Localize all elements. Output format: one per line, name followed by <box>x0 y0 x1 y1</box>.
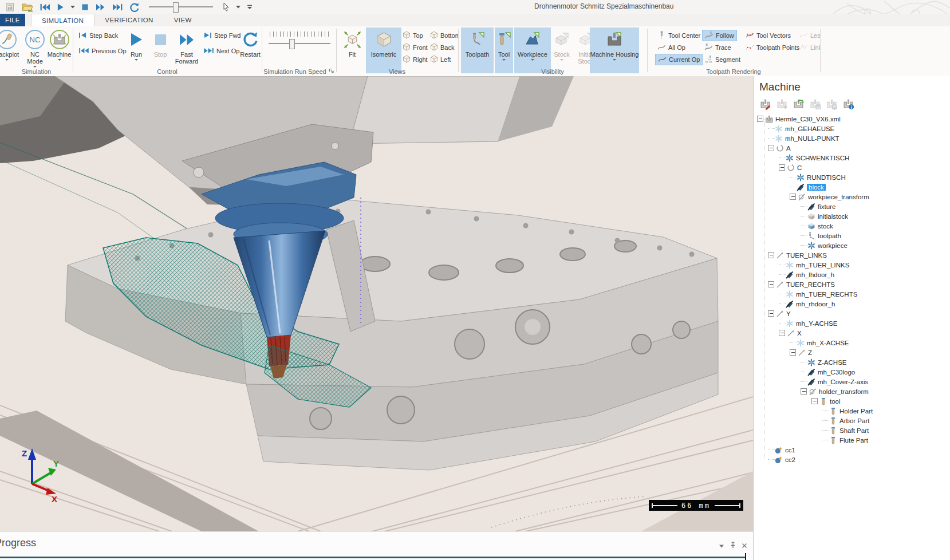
current-op-button[interactable]: Current Op <box>655 54 703 65</box>
dialog-launcher-icon[interactable] <box>329 68 334 75</box>
tree-node-a[interactable]: A <box>754 143 950 153</box>
bottom-view-button[interactable]: Bottom <box>428 30 458 41</box>
tree-node-tool[interactable]: tool <box>754 396 950 406</box>
restart-icon[interactable] <box>129 1 139 13</box>
tree-node-mh-tuer-links[interactable]: mh_TUER_LINKS <box>754 260 950 270</box>
open-nc-file-icon[interactable]: NC <box>22 1 33 13</box>
tree-node-workpiece-transform[interactable]: workpiece_transform <box>754 192 950 202</box>
tool-center-button[interactable]: Tool Center <box>655 30 708 41</box>
tree-node-cc1[interactable]: cc1 <box>754 445 950 455</box>
machine-save-button[interactable] <box>809 98 822 110</box>
links-button[interactable]: Links <box>797 42 820 53</box>
collapse-expander-icon[interactable] <box>779 330 785 336</box>
tree-node-z-achse[interactable]: Z-ACHSE <box>754 357 950 367</box>
fast-forward-button[interactable]: Fast Forward <box>174 27 200 73</box>
isometric-view-button[interactable]: Isometric <box>366 27 401 73</box>
collapse-expander-icon[interactable] <box>790 349 796 356</box>
play-options-icon[interactable] <box>70 1 75 13</box>
tree-node-mh-c30logo[interactable]: mh_C30logo <box>754 367 950 377</box>
restart-button[interactable]: Restart <box>238 27 262 73</box>
tool-vectors-button[interactable]: Tool Vectors <box>743 30 793 41</box>
trace-button[interactable]: Trace <box>702 42 734 53</box>
fast-forward-icon[interactable] <box>95 1 106 13</box>
collapse-expander-icon[interactable] <box>757 116 763 122</box>
follow-button[interactable]: Follow <box>702 30 737 41</box>
collapse-expander-icon[interactable] <box>768 252 774 258</box>
machine-add-button[interactable] <box>776 98 789 110</box>
machine-housing-visibility-button[interactable]: Machine Housing <box>590 27 639 73</box>
tree-node-tuer-rechts[interactable]: TUER_RECHTS <box>754 279 950 289</box>
machine-save-as-button[interactable] <box>826 98 838 110</box>
machine-edit-button[interactable] <box>759 98 772 110</box>
collapse-expander-icon[interactable] <box>779 164 785 171</box>
play-icon[interactable] <box>57 1 64 13</box>
stop-button[interactable]: Stop <box>149 27 171 73</box>
viewport[interactable]: Z Y X 66 mm <box>0 76 753 531</box>
run-speed-slider-handle[interactable] <box>173 2 179 13</box>
fit-view-button[interactable]: Fit <box>341 27 364 73</box>
tab-simulation[interactable]: SIMULATION <box>31 14 94 26</box>
collapse-expander-icon[interactable] <box>811 398 818 404</box>
tree-node-holder-transform[interactable]: holder_transform <box>754 387 950 396</box>
front-view-button[interactable]: Front <box>400 42 430 53</box>
step-fwd-button[interactable]: Step Fwd <box>201 30 243 41</box>
step-back-button[interactable]: Step Back <box>76 30 120 41</box>
tree-node-mh-lhdoor-h[interactable]: mh_lhdoor_h <box>754 270 950 279</box>
tree-node-rundtisch[interactable]: RUNDTISCH <box>754 172 950 182</box>
tree-node-fixture[interactable]: fixture <box>754 202 950 211</box>
leads-button[interactable]: Leads <box>797 30 820 41</box>
tree-node-mh-x-achse[interactable]: mh_X-ACHSE <box>754 338 950 348</box>
tree-node-mh-cover-z-axis[interactable]: mh_Cover-Z-axis <box>754 377 950 387</box>
tree-node-schwenktisch[interactable]: SCHWENKTISCH <box>754 153 950 163</box>
machine-info-button[interactable]: i <box>842 98 855 110</box>
progress-collapse-button[interactable] <box>719 541 724 551</box>
left-view-button[interactable]: Left <box>428 54 453 65</box>
collapse-expander-icon[interactable] <box>801 388 807 395</box>
tree-node-c[interactable]: C <box>754 163 950 172</box>
tree-node-mh-null-punkt[interactable]: mh_NULL-PUNKT <box>754 133 950 143</box>
collapse-expander-icon[interactable] <box>790 194 796 200</box>
all-op-button[interactable]: All Op <box>655 42 688 53</box>
run-speed-slider[interactable] <box>149 6 213 7</box>
tree-node-shaft-part[interactable]: Shaft Part <box>754 425 950 435</box>
collapse-expander-icon[interactable] <box>768 310 774 317</box>
tree-node-arbor-part[interactable]: Arbor Part <box>754 416 950 425</box>
tree-node-mh-tuer-rechts[interactable]: mh_TUER_RECHTS <box>754 289 950 299</box>
stock-visibility-button[interactable]: Stock <box>552 27 571 73</box>
speed-slider-handle[interactable] <box>289 39 295 49</box>
machine-mode-button[interactable]: Machine <box>46 27 73 73</box>
tree-node-initialstock[interactable]: initialstock <box>754 211 950 221</box>
tree-node-block[interactable]: block <box>754 182 950 192</box>
progress-pin-button[interactable] <box>730 541 736 551</box>
tree-node-stock[interactable]: stock <box>754 221 950 231</box>
run-button[interactable]: Run <box>125 27 147 73</box>
next-op-button[interactable]: Next Op <box>201 45 242 57</box>
skip-to-start-icon[interactable] <box>40 1 50 13</box>
nc-report-icon[interactable] <box>6 1 15 13</box>
tree-node-mh-rhdoor-h[interactable]: mh_rhdoor_h <box>754 299 950 309</box>
tab-file[interactable]: FILE <box>0 14 25 26</box>
pointer-options-icon[interactable] <box>236 1 241 13</box>
nc-mode-button[interactable]: NC NC Mode <box>23 27 47 73</box>
tree-node-x[interactable]: X <box>754 328 950 338</box>
collapse-expander-icon[interactable] <box>768 145 774 151</box>
viewport-3d-scene[interactable]: Z Y X <box>0 76 753 531</box>
tree-node-mh-gehaeuse[interactable]: mh_GEHAEUSE <box>754 124 950 133</box>
collapse-expander-icon[interactable] <box>768 281 774 287</box>
top-view-button[interactable]: Top <box>400 30 425 41</box>
machine-import-button[interactable] <box>793 98 805 110</box>
tree-node-workpiece[interactable]: workpiece <box>754 240 950 250</box>
tree-node-cc2[interactable]: cc2 <box>754 455 950 464</box>
progress-close-button[interactable] <box>742 541 747 551</box>
tab-verification[interactable]: VERIFICATION <box>94 14 163 26</box>
skip-to-end-icon[interactable] <box>112 1 123 13</box>
pointer-tool-icon[interactable] <box>223 1 230 13</box>
tree-node-toolpath[interactable]: toolpath <box>754 231 950 240</box>
customize-toolbar-icon[interactable] <box>247 1 253 13</box>
tab-view[interactable]: VIEW <box>164 14 202 26</box>
tree-node-flute-part[interactable]: Flute Part <box>754 435 950 445</box>
previous-op-button[interactable]: Previous Op <box>76 45 129 57</box>
segment-button[interactable]: Segment <box>702 54 743 65</box>
tree-node-tuer-links[interactable]: TUER_LINKS <box>754 250 950 260</box>
toolpath-visibility-button[interactable]: Toolpath <box>461 27 494 73</box>
